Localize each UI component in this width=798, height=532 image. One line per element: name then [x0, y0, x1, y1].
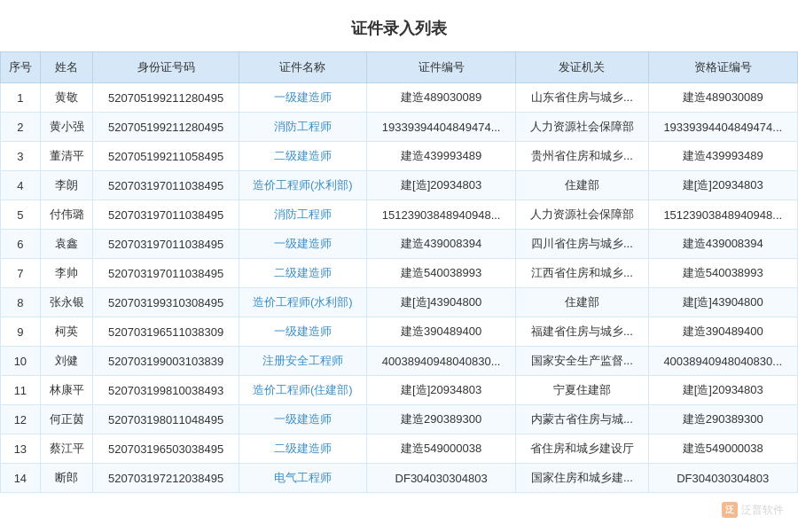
page-title: 证件录入列表	[0, 9, 798, 51]
cell-issuer: 福建省住房与城乡...	[516, 317, 648, 347]
table-row: 2黄小强520705199211280495消防工程师1933939440484…	[1, 113, 798, 142]
cell-qual-number: 建[造]20934803	[648, 376, 797, 405]
page-container: 证件录入列表 序号 姓名 身份证号码 证件名称 证件编号 发证机关 资格证编号 …	[0, 0, 798, 532]
cell-cert-name[interactable]: 注册安全工程师	[239, 347, 366, 376]
cell-name: 李帅	[40, 259, 93, 288]
col-header-cert-num: 证件编号	[366, 52, 515, 83]
cert-name-link[interactable]: 造价工程师(水利部)	[253, 178, 353, 192]
cell-qual-number: 建造489030089	[648, 83, 797, 113]
cell-issuer: 山东省住房与城乡...	[516, 83, 648, 113]
cell-name: 李朗	[40, 171, 93, 200]
cell-issuer: 国家住房和城乡建...	[516, 464, 648, 493]
cell-cert-name[interactable]: 一级建造师	[239, 405, 366, 434]
cell-cert-number: DF304030304803	[366, 464, 515, 493]
cell-qual-number: 建[造]20934803	[648, 171, 797, 200]
cell-id-number: 520703197011038495	[93, 230, 239, 259]
cell-issuer: 人力资源社会保障部	[516, 113, 648, 142]
col-header-qual-num: 资格证编号	[648, 52, 797, 83]
cell-id-number: 520703197011038495	[93, 200, 239, 230]
cell-id-number: 520705199211280495	[93, 83, 239, 113]
cell-cert-name[interactable]: 造价工程师(水利部)	[239, 171, 366, 200]
cell-qual-number: 40038940948040830...	[648, 347, 797, 376]
cell-issuer: 四川省住房与城乡...	[516, 230, 648, 259]
cell-cert-name[interactable]: 一级建造师	[239, 317, 366, 347]
cell-name: 张永银	[40, 288, 93, 317]
cell-name: 黄小强	[40, 113, 93, 142]
cell-issuer: 贵州省住房和城乡...	[516, 142, 648, 171]
cell-qual-number: 建造390489400	[648, 317, 797, 347]
table-row: 10刘健520703199003103839注册安全工程师40038940948…	[1, 347, 798, 376]
cell-id-number: 520703199003103839	[93, 347, 239, 376]
cert-name-link[interactable]: 消防工程师	[274, 207, 332, 221]
cell-cert-name[interactable]: 消防工程师	[239, 200, 366, 230]
cell-cert-number: 建造439993489	[366, 142, 515, 171]
cell-qual-number: 建造549000038	[648, 434, 797, 464]
cell-index: 7	[1, 259, 41, 288]
cell-index: 4	[1, 171, 41, 200]
cell-issuer: 人力资源社会保障部	[516, 200, 648, 230]
cell-cert-number: 建造549000038	[366, 434, 515, 464]
cell-qual-number: 15123903848940948...	[648, 200, 797, 230]
col-header-id: 身份证号码	[93, 52, 239, 83]
cell-cert-name[interactable]: 消防工程师	[239, 113, 366, 142]
cell-issuer: 江西省住房和城乡...	[516, 259, 648, 288]
cert-name-link[interactable]: 二级建造师	[274, 442, 332, 455]
cell-name: 蔡江平	[40, 434, 93, 464]
cell-cert-name[interactable]: 造价工程师(水利部)	[239, 288, 366, 317]
cell-cert-number: 建造540038993	[366, 259, 515, 288]
cell-cert-name[interactable]: 二级建造师	[239, 434, 366, 464]
cell-cert-name[interactable]: 一级建造师	[239, 83, 366, 113]
table-row: 13蔡江平520703196503038495二级建造师建造549000038省…	[1, 434, 798, 464]
cell-cert-name[interactable]: 造价工程师(住建部)	[239, 376, 366, 405]
cell-issuer: 住建部	[516, 171, 648, 200]
col-header-issuer: 发证机关	[516, 52, 648, 83]
cell-cert-number: 建[造]43904800	[366, 288, 515, 317]
cert-name-link[interactable]: 造价工程师(住建部)	[253, 383, 353, 396]
cert-name-link[interactable]: 一级建造师	[274, 90, 332, 104]
cert-table: 序号 姓名 身份证号码 证件名称 证件编号 发证机关 资格证编号 1黄敬5207…	[0, 51, 798, 493]
cell-cert-name[interactable]: 二级建造师	[239, 259, 366, 288]
table-row: 6袁鑫520703197011038495一级建造师建造439008394四川省…	[1, 230, 798, 259]
cell-name: 刘健	[40, 347, 93, 376]
cell-qual-number: 建造439008394	[648, 230, 797, 259]
cert-name-link[interactable]: 造价工程师(水利部)	[253, 295, 353, 309]
col-header-index: 序号	[1, 52, 41, 83]
cell-index: 11	[1, 376, 41, 405]
cert-name-link[interactable]: 一级建造师	[274, 237, 332, 250]
cell-cert-number: 建造489030089	[366, 83, 515, 113]
cell-name: 林康平	[40, 376, 93, 405]
cert-name-link[interactable]: 注册安全工程师	[262, 354, 343, 367]
cell-issuer: 内蒙古省住房与城...	[516, 405, 648, 434]
cell-name: 断郎	[40, 464, 93, 493]
cert-name-link[interactable]: 一级建造师	[274, 325, 332, 338]
cell-index: 8	[1, 288, 41, 317]
cert-name-link[interactable]: 二级建造师	[274, 266, 332, 279]
cell-cert-name[interactable]: 二级建造师	[239, 142, 366, 171]
cell-index: 5	[1, 200, 41, 230]
cell-id-number: 520705199211058495	[93, 142, 239, 171]
cell-cert-name[interactable]: 电气工程师	[239, 464, 366, 493]
cell-name: 付伟璐	[40, 200, 93, 230]
cell-id-number: 520703199310308495	[93, 288, 239, 317]
table-row: 14断郎520703197212038495电气工程师DF30403030480…	[1, 464, 798, 493]
cell-id-number: 520703199810038493	[93, 376, 239, 405]
cell-id-number: 520703197212038495	[93, 464, 239, 493]
cell-cert-name[interactable]: 一级建造师	[239, 230, 366, 259]
cell-index: 3	[1, 142, 41, 171]
cell-issuer: 国家安全生产监督...	[516, 347, 648, 376]
table-row: 9柯英520703196511038309一级建造师建造390489400福建省…	[1, 317, 798, 347]
cell-index: 6	[1, 230, 41, 259]
cert-name-link[interactable]: 一级建造师	[274, 412, 332, 426]
table-row: 8张永银520703199310308495造价工程师(水利部)建[造]4390…	[1, 288, 798, 317]
cell-name: 董清平	[40, 142, 93, 171]
cert-name-link[interactable]: 电气工程师	[274, 471, 332, 484]
watermark: 泛 泛普软件	[722, 502, 784, 518]
cert-name-link[interactable]: 消防工程师	[274, 120, 332, 133]
cert-name-link[interactable]: 二级建造师	[274, 149, 332, 162]
cell-cert-number: 建[造]20934803	[366, 171, 515, 200]
cell-id-number: 520703197011038495	[93, 259, 239, 288]
cell-qual-number: 建[造]43904800	[648, 288, 797, 317]
cell-issuer: 宁夏住建部	[516, 376, 648, 405]
cell-cert-number: 19339394404849474...	[366, 113, 515, 142]
cell-id-number: 520703196503038495	[93, 434, 239, 464]
